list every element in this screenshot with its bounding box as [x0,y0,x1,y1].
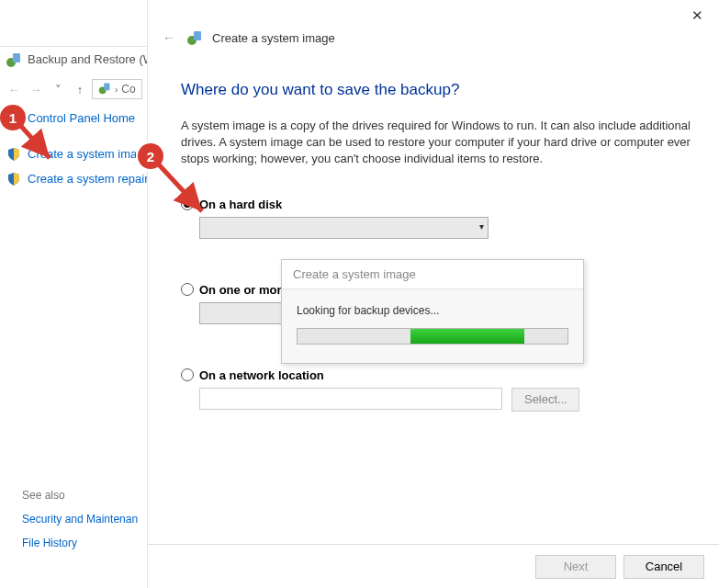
create-system-image-label: Create a system image [28,147,151,161]
address-bar-text: Co [121,83,135,96]
option-hard-disk-label: On a hard disk [199,198,282,211]
backup-restore-icon [6,51,22,68]
wizard-title: Where do you want to save the backup? [181,81,695,99]
option-dvd-label: On one or more [199,283,288,297]
radio-dvd[interactable] [181,283,194,296]
scanning-dialog-message: Looking for backup devices... [297,304,568,317]
wizard-footer: Next Cancel [148,544,719,588]
svg-rect-1 [13,53,20,62]
create-system-image-link[interactable]: Create a system image [28,147,152,161]
close-button[interactable]: ✕ [684,6,710,26]
svg-rect-5 [194,31,201,40]
option-network-label: On a network location [199,368,324,382]
file-history-link[interactable]: File History [22,537,138,549]
wizard-back-button[interactable]: ← [161,29,177,46]
shield-icon [7,173,20,186]
control-panel-title-text: Backup and Restore (W [28,52,154,66]
progress-bar [297,328,568,345]
nav-bar: ← → ˅ ↑ › Co [0,76,152,102]
chevron-down-icon: ▾ [479,221,484,232]
see-also-header: See also [22,489,138,502]
control-panel-title: Backup and Restore (W [0,47,152,74]
scanning-dialog: Create a system image Looking for backup… [281,259,584,364]
backup-restore-small-icon [98,82,111,97]
backup-restore-icon [186,29,203,46]
progress-bar-fill [410,329,523,344]
create-system-repair-label: Create a system repair [28,172,149,186]
address-bar[interactable]: › Co [92,79,142,99]
network-path-field[interactable] [199,388,502,410]
nav-recent-chevron[interactable]: ˅ [48,79,68,99]
wizard-description: A system image is a copy of the drives r… [181,118,695,168]
next-button[interactable]: Next [535,555,616,579]
radio-network[interactable] [181,368,194,381]
select-button[interactable]: Select... [511,388,579,412]
nav-back-button[interactable]: ← [4,79,24,99]
radio-hard-disk[interactable] [181,198,194,210]
control-panel-home-link[interactable]: Control Panel Home [28,111,152,125]
wizard-header: ← Create a system image [161,29,335,46]
scanning-dialog-title: Create a system image [282,260,583,289]
shield-icon [7,148,20,161]
callout-badge-2: 2 [138,143,163,169]
see-also-section: See also Security and Maintenan File His… [22,489,138,560]
svg-rect-3 [104,83,109,90]
nav-forward-button[interactable]: → [26,79,46,99]
security-maintenance-link[interactable]: Security and Maintenan [22,513,138,526]
hard-disk-combobox[interactable]: ▾ [199,217,489,239]
create-system-repair-link[interactable]: Create a system repair [28,172,152,186]
cancel-button[interactable]: Cancel [624,555,704,579]
option-network: On a network location Select... [181,368,695,412]
nav-up-button[interactable]: ↑ [70,79,90,99]
callout-badge-1: 1 [0,105,26,130]
wizard-header-text: Create a system image [212,31,335,45]
option-hard-disk: On a hard disk ▾ [181,198,695,239]
